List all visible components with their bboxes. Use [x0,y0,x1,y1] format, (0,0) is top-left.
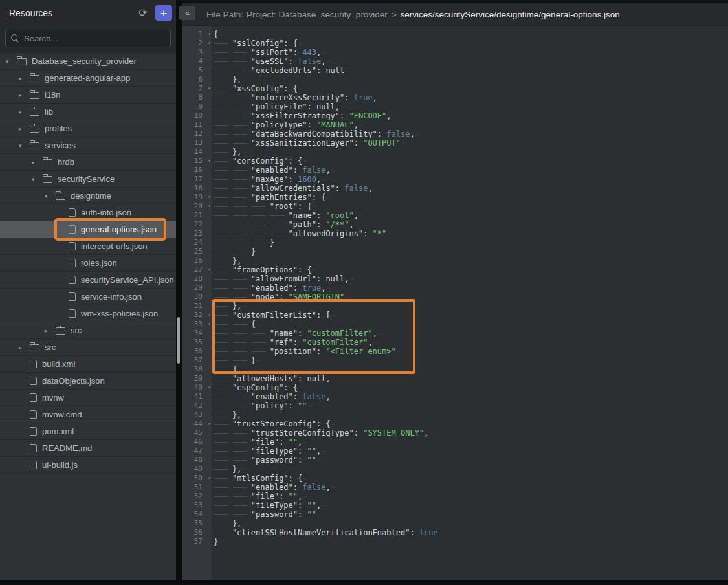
chevron-down-icon[interactable]: ▾ [18,142,30,149]
code-line[interactable]: 5"excludedUrls": null [182,66,728,75]
code-line[interactable]: 37} [182,356,728,365]
tree-item-hrdb[interactable]: ▸hrdb [0,154,176,171]
fold-icon[interactable]: ▾ [208,265,211,274]
code-line[interactable]: 8"enforceXssSecurity": true, [182,93,728,102]
code-line[interactable]: 33▾{ [182,320,728,329]
code-line[interactable]: 47"fileType": "", [182,447,728,456]
chevron-right-icon[interactable]: ▸ [31,159,43,166]
chevron-right-icon[interactable]: ▸ [18,75,30,82]
code-line[interactable]: 19▾"pathEntries": { [182,193,728,202]
code-line[interactable]: 14}, [182,148,728,157]
code-line[interactable]: 32▾"customFilterList": [ [182,311,728,320]
chevron-down-icon[interactable]: ▾ [5,58,17,65]
code-line[interactable]: 44▾"trustStoreConfig": { [182,419,728,428]
chevron-right-icon[interactable]: ▸ [18,92,30,98]
chevron-down-icon[interactable]: ▾ [44,193,56,199]
tree-item-build.xml[interactable]: build.xml [0,356,176,373]
code-line[interactable]: 46"file": "", [182,437,728,447]
code-line[interactable]: 10"xssFilterStrategy": "ENCODE", [182,111,728,120]
code-line[interactable]: 22"path": "/**", [182,220,728,229]
code-line[interactable]: 43}, [182,410,728,419]
tree-item-pom.xml[interactable]: pom.xml [0,423,176,440]
tree-item-wm-xss-policies.json[interactable]: wm-xss-policies.json [0,305,176,322]
chevron-right-icon[interactable]: ▸ [44,327,56,334]
code-line[interactable]: 45"trustStoreConfigType": "SYSTEM_ONLY", [182,428,728,437]
tree-item-src[interactable]: ▸src [0,322,176,339]
tree-item-securityService_API.json[interactable]: securityService_API.json [0,272,176,289]
code-line[interactable]: 27▾"frameOptions": { [182,265,728,274]
chevron-down-icon[interactable]: ▾ [31,176,43,182]
code-line[interactable]: 12"dataBackwardCompatibility": false, [182,129,728,138]
collapse-panel-button[interactable]: « [179,6,195,20]
code-line[interactable]: 3"sslPort": 443, [182,48,728,57]
code-line[interactable]: 18"allowCredentials": false, [182,184,728,193]
fold-icon[interactable]: ▾ [208,157,211,166]
tree-item-lib[interactable]: ▸lib [0,104,176,120]
code-line[interactable]: 4"useSSL": false, [182,57,728,66]
code-line[interactable]: 41"enabled": false, [182,392,728,401]
code-line[interactable]: 16"enabled": false, [182,166,728,175]
tree-item-general-options.json[interactable]: general-options.json [0,221,176,238]
tree-item-service-info.json[interactable]: service-info.json [0,289,176,305]
add-resource-button[interactable]: + [155,5,172,21]
code-line[interactable]: 55}, [182,519,728,528]
code-line[interactable]: 31}, [182,302,728,311]
fold-icon[interactable]: ▾ [208,84,211,93]
refresh-button[interactable]: ⟳ [135,5,151,21]
chevron-right-icon[interactable]: ▸ [18,126,30,132]
tree-item-README.md[interactable]: README.md [0,440,176,457]
code-line[interactable]: 53"fileType": "", [182,501,728,510]
tree-item-Database_security_provider[interactable]: ▾Database_security_provider [0,53,176,70]
code-editor[interactable]: 1▾{2▾"sslConfig": {3"sslPort": 443,4"use… [182,26,728,580]
code-line[interactable]: 51"enabled": false, [182,483,728,492]
tree-item-src[interactable]: ▸src [0,339,176,356]
code-line[interactable]: 26}, [182,256,728,265]
code-line[interactable]: 40▾"cspConfig": { [182,383,728,392]
code-line[interactable]: 42"policy": "" [182,401,728,410]
code-line[interactable]: 34"name": "customFilter", [182,329,728,338]
search-input[interactable] [5,30,171,47]
chevron-right-icon[interactable]: ▸ [18,109,30,115]
fold-icon[interactable]: ▾ [208,320,211,329]
code-line[interactable]: 52"file": "", [182,492,728,501]
code-line[interactable]: 25} [182,247,728,256]
code-line[interactable]: 30"mode": "SAMEORIGIN" [182,292,728,302]
tree-item-ui-build.js[interactable]: ui-build.js [0,457,176,474]
fold-icon[interactable]: ▾ [208,193,211,202]
tree-item-mvnw.cmd[interactable]: mvnw.cmd [0,406,176,423]
code-line[interactable]: 39"allowedHosts": null, [182,374,728,383]
code-line[interactable]: 54"password": "" [182,510,728,519]
tree-item-designtime[interactable]: ▾designtime [0,188,176,204]
tree-item-auth-info.json[interactable]: auth-info.json [0,204,176,221]
code-line[interactable]: 1▾{ [182,30,728,39]
tree-item-services[interactable]: ▾services [0,137,176,154]
code-line[interactable]: 6}, [182,75,728,84]
code-line[interactable]: 9"policyFile": null, [182,102,728,111]
fold-icon[interactable]: ▾ [208,474,211,483]
code-line[interactable]: 20▾"root": { [182,202,728,211]
chevron-right-icon[interactable]: ▸ [18,344,30,351]
tree-item-mvnw[interactable]: mvnw [0,390,176,406]
code-line[interactable]: 15▾"corsConfig": { [182,157,728,166]
code-line[interactable]: 13"xssSanitizationLayer": "OUTPUT" [182,138,728,148]
tree-item-dataObjects.json[interactable]: dataObjects.json [0,373,176,390]
code-line[interactable]: 7▾"xssConfig": { [182,84,728,93]
code-line[interactable]: 56"clientSSLHostNameVerificationEnabled"… [182,528,728,537]
tree-item-intercept-urls.json[interactable]: intercept-urls.json [0,238,176,255]
code-line[interactable]: 28"allowFromUrl": null, [182,274,728,283]
fold-icon[interactable]: ▾ [208,30,211,39]
code-line[interactable]: 38], [182,365,728,374]
code-line[interactable]: 36"position": "<Filter enum>" [182,347,728,356]
code-line[interactable]: 17"maxAge": 1600, [182,175,728,184]
tree-item-generated-angular-app[interactable]: ▸generated-angular-app [0,70,176,87]
fold-icon[interactable]: ▾ [208,311,211,320]
tree-item-i18n[interactable]: ▸i18n [0,87,176,104]
code-line[interactable]: 57} [182,537,728,546]
code-line[interactable]: 50▾"mtlsConfig": { [182,474,728,483]
tree-item-profiles[interactable]: ▸profiles [0,120,176,137]
code-line[interactable]: 48"password": "" [182,456,728,465]
code-line[interactable]: 49}, [182,465,728,474]
fold-icon[interactable]: ▾ [208,39,211,48]
code-line[interactable]: 2▾"sslConfig": { [182,39,728,48]
fold-icon[interactable]: ▾ [208,383,211,392]
